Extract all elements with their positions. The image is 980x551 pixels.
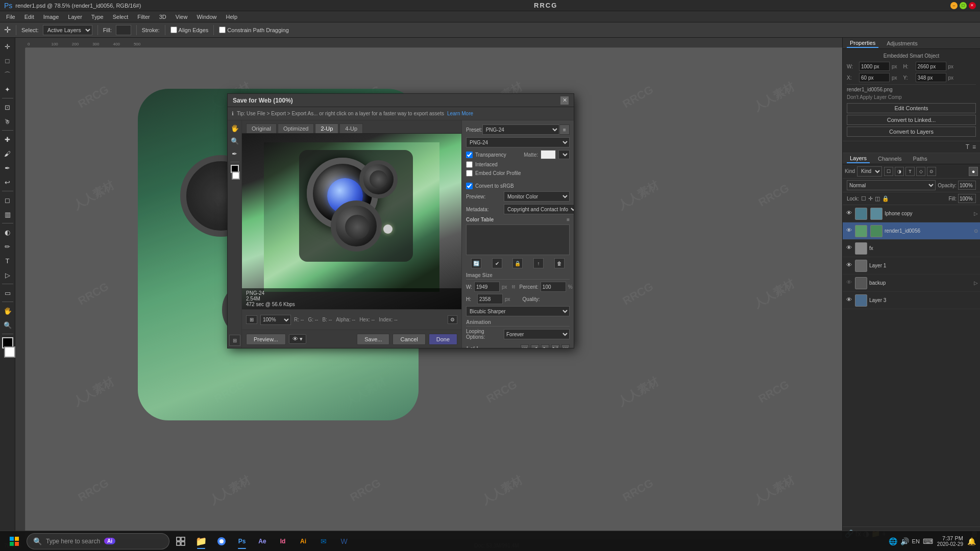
preview-setting-select[interactable]: Monitor Color — [504, 191, 570, 202]
menu-3d[interactable]: 3D — [155, 13, 170, 21]
hand-tool[interactable]: 🖐 — [1, 304, 14, 317]
select-tool[interactable]: □ — [1, 54, 14, 67]
dialog-hand-tool[interactable]: 🖐 — [229, 122, 240, 134]
dialog-zoom-tool[interactable]: 🔍 — [229, 135, 240, 146]
lock-artboard-btn[interactable]: ◫ — [875, 195, 880, 202]
dialog-eyedropper-tool[interactable]: ✒ — [229, 148, 240, 159]
dialog-close-button[interactable]: ✕ — [560, 96, 569, 105]
crop-tool[interactable]: ⊡ — [1, 101, 14, 114]
layer-item-fx[interactable]: 👁 fx — [843, 240, 980, 257]
minimize-button[interactable]: – — [950, 2, 958, 9]
tab-2up[interactable]: 2-Up — [315, 123, 338, 133]
layer-item-render[interactable]: 👁 render1_id0056 ⊙ — [843, 222, 980, 240]
preset-menu-btn[interactable]: ≡ — [559, 124, 570, 135]
preset-select[interactable]: PNG-24 — [482, 124, 559, 135]
volume-icon[interactable]: 🔊 — [900, 537, 909, 545]
lock-pos-btn[interactable]: ✛ — [868, 195, 873, 202]
move-tool[interactable]: ✛ — [1, 40, 14, 53]
history-tool[interactable]: ↩ — [1, 176, 14, 189]
task-view-btn[interactable] — [172, 533, 190, 550]
start-button[interactable] — [4, 533, 24, 550]
ct-btn-4[interactable]: ↑ — [533, 258, 544, 268]
dialog-settings-icon[interactable]: ⚙ — [448, 315, 457, 324]
save-button[interactable]: Save... — [357, 334, 389, 345]
ct-btn-1[interactable]: 🔄 — [471, 258, 481, 268]
x-input[interactable] — [859, 73, 890, 82]
fill-input[interactable] — [116, 25, 131, 35]
done-button[interactable]: Done — [429, 334, 457, 345]
taskbar-explorer[interactable]: 📁 — [192, 533, 210, 550]
taskbar-ai[interactable]: Ai — [294, 533, 312, 550]
taskbar-outlook[interactable]: ✉ — [314, 533, 333, 550]
smart-filter-btn[interactable]: ⊙ — [927, 167, 936, 176]
path-tool[interactable]: ▷ — [1, 268, 14, 282]
shape-tool[interactable]: ▭ — [1, 286, 14, 299]
width-input[interactable] — [859, 62, 890, 71]
lock-all-btn[interactable]: 🔒 — [882, 195, 889, 202]
matte-select[interactable] — [558, 150, 570, 159]
embed-color-checkbox[interactable] — [466, 170, 473, 177]
opacity-input[interactable] — [958, 181, 976, 190]
keyboard-icon[interactable]: ⌨ — [923, 537, 933, 545]
width-setting-input[interactable] — [474, 282, 500, 292]
quality-select[interactable]: Bicubic Sharper — [466, 306, 570, 316]
tab-original[interactable]: Original — [246, 123, 277, 133]
transparency-checkbox[interactable] — [466, 152, 473, 158]
tab-paths[interactable]: Paths — [910, 155, 930, 163]
learn-more-link[interactable]: Learn More — [447, 111, 473, 116]
anim-first-btn[interactable]: ⏮ — [521, 344, 529, 348]
convert-layers-button[interactable]: Convert to Layers — [847, 127, 976, 137]
pen-tool[interactable]: ✏ — [1, 240, 14, 253]
menu-help[interactable]: Help — [222, 13, 242, 21]
taskbar-chrome[interactable] — [212, 533, 231, 550]
menu-select[interactable]: Select — [109, 13, 133, 21]
ct-btn-3[interactable]: 🔒 — [512, 258, 523, 268]
interlaced-checkbox[interactable] — [466, 161, 473, 168]
eye-icon-1[interactable]: 👁 — [845, 210, 853, 218]
menu-edit[interactable]: Edit — [20, 13, 38, 21]
layer-item-backup[interactable]: 👁 backup ▷ — [843, 274, 980, 292]
close-button[interactable]: ✕ — [969, 2, 976, 9]
dialog-preview-area[interactable]: PNG-24 2.54M 472 sec @ 56.6 Kbps — [242, 134, 461, 309]
anim-last-btn[interactable]: ⏭ — [561, 344, 570, 348]
clone-tool[interactable]: ✒ — [1, 161, 14, 174]
zoom-tool[interactable]: 🔍 — [1, 318, 14, 332]
fill-input[interactable] — [958, 194, 976, 203]
percent-input[interactable] — [541, 282, 566, 292]
looping-select[interactable]: Forever — [504, 329, 570, 339]
background-color[interactable] — [4, 346, 15, 358]
taskbar-ae[interactable]: Ae — [253, 533, 272, 550]
metadata-select[interactable]: Copyright and Contact Info — [504, 204, 574, 214]
menu-file[interactable]: File — [2, 13, 19, 21]
taskbar-id[interactable]: Id — [274, 533, 292, 550]
eye-icon-5[interactable]: 👁 — [845, 279, 853, 287]
eye-icon-3[interactable]: 👁 — [845, 244, 853, 253]
taskbar-time[interactable]: 7:37 PM 2020-02-29 — [937, 535, 963, 547]
dialog-toggle-btn[interactable]: ⊞ — [229, 335, 240, 346]
cancel-button[interactable]: Cancel — [393, 334, 425, 345]
brush-tool[interactable]: 🖌 — [1, 147, 14, 160]
adj-filter-btn[interactable]: ◑ — [895, 167, 904, 176]
menu-window[interactable]: Window — [192, 13, 220, 21]
network-icon[interactable]: 🌐 — [889, 537, 897, 545]
zoom-select[interactable]: 100% — [260, 315, 291, 325]
layer-item-layer3[interactable]: 👁 Layer 3 — [843, 292, 980, 309]
shape-filter-btn[interactable]: ◇ — [916, 167, 925, 176]
tab-4up[interactable]: 4-Up — [339, 123, 363, 133]
ct-btn-2[interactable]: ✔ — [492, 258, 502, 268]
menu-view[interactable]: View — [172, 13, 192, 21]
convert-linked-button[interactable]: Convert to Linked... — [847, 115, 976, 125]
eye-icon-2[interactable]: 👁 — [845, 227, 853, 235]
color-table-menu-btn[interactable]: ≡ — [567, 217, 570, 222]
format-select[interactable]: PNG-24 — [466, 137, 570, 147]
eye-dropdown-btn[interactable]: 👁 ▾ — [289, 334, 306, 344]
preview-button[interactable]: Preview... — [246, 334, 286, 345]
view-expand-btn[interactable]: ⊞ — [246, 315, 257, 324]
lasso-tool[interactable]: ⌒ — [1, 68, 14, 82]
type-icon[interactable]: T — [966, 143, 969, 151]
magic-wand-tool[interactable]: ✦ — [1, 83, 14, 96]
menu-filter[interactable]: Filter — [133, 13, 154, 21]
taskbar-word[interactable]: W — [335, 533, 353, 550]
anim-next-btn[interactable]: ▶| — [551, 344, 559, 348]
dialog-bg-color[interactable] — [232, 171, 240, 180]
